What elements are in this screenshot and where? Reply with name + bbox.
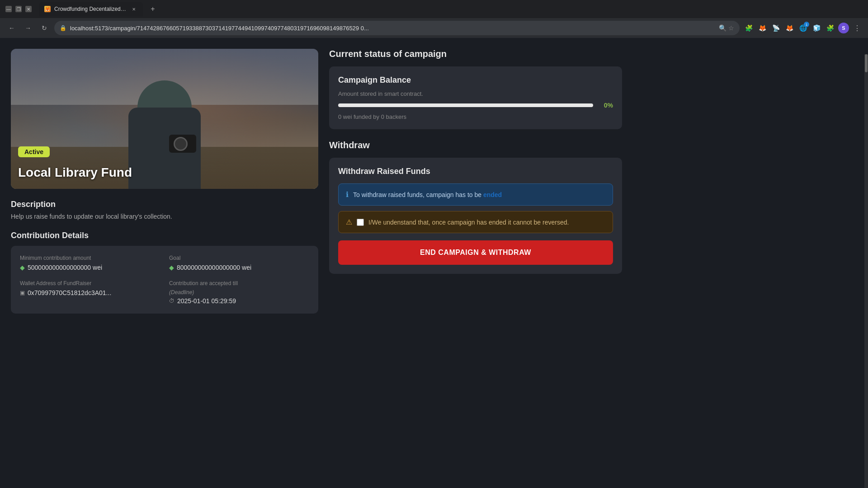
scrollbar-thumb[interactable] [865, 54, 868, 72]
contribution-card: Minimum contribution amount ◆ 5000000000… [11, 246, 318, 314]
info-text: To withdraw raised funds, campaign has t… [353, 191, 502, 198]
minimize-button[interactable]: — [5, 6, 12, 12]
ext-icon-6[interactable]: 🧊 [811, 23, 822, 33]
contribution-grid: Minimum contribution amount ◆ 5000000000… [20, 255, 309, 305]
wallet-label: Wallet Address of FundRaiser [20, 280, 160, 286]
deadline-sublabel: (Deadline) [169, 289, 309, 296]
left-column: Active Local Library Fund Description He… [11, 49, 318, 314]
min-contribution-amount: 500000000000000000 wei [28, 264, 102, 271]
address-bar-row: ← → ↻ 🔒 localhost:5173/campagin/71474286… [0, 18, 868, 38]
scrollbar-track[interactable] [864, 54, 868, 488]
tab-favicon: 🦊 [44, 6, 51, 12]
goal-amount: 800000000000000000 wei [177, 264, 251, 271]
info-text-prefix: To withdraw raised funds, campaign has t… [353, 191, 483, 198]
goal-label: Goal [169, 255, 309, 261]
browser-menu-button[interactable]: ⋮ [852, 24, 863, 33]
browser-chrome: — ❐ ✕ 🦊 Crowdfunding Decentalized Pla...… [0, 0, 868, 38]
backers-text: 0 wei funded by 0 backers [338, 113, 613, 120]
eth-icon-min: ◆ [20, 264, 25, 271]
ext-icon-3[interactable]: 📡 [770, 23, 781, 33]
maximize-button[interactable]: ❐ [15, 6, 22, 12]
page-content: Active Local Library Fund Description He… [0, 38, 633, 324]
info-notice: ℹ To withdraw raised funds, campaign has… [338, 183, 613, 206]
user-avatar[interactable]: S [838, 23, 849, 33]
forward-button[interactable]: → [22, 22, 34, 34]
min-contribution-value: ◆ 500000000000000000 wei [20, 264, 160, 271]
extension-icons: 🧩 🦊 📡 🦊 🌐 1 🧊 🧩 S ⋮ [743, 23, 863, 33]
window-controls: — ❐ ✕ [5, 6, 32, 12]
min-contribution-label: Minimum contribution amount [20, 255, 160, 261]
search-icon: 🔍 [719, 24, 726, 32]
description-heading: Description [11, 200, 318, 209]
ext-icon-5[interactable]: 🌐 1 [797, 23, 808, 33]
balance-card: Campaign Balance Amount stored in smart … [329, 66, 622, 129]
withdraw-heading: Withdraw [329, 140, 622, 150]
back-button[interactable]: ← [5, 22, 18, 34]
balance-title: Campaign Balance [338, 75, 613, 85]
campaign-title-overlay: Local Library Fund [18, 165, 132, 180]
right-column: Current status of campaign Campaign Bala… [329, 49, 622, 314]
address-icons: 🔍 ☆ [719, 24, 734, 32]
warning-notice: ⚠ I/We undenstand that, once campaign ha… [338, 211, 613, 233]
withdraw-card-title: Withdraw Raised Funds [338, 167, 613, 176]
person-shape [119, 62, 210, 189]
balance-subtitle: Amount stored in smart contract. [338, 90, 613, 97]
current-status-heading: Current status of campaign [329, 49, 622, 59]
address-bar[interactable]: 🔒 localhost:5173/campagin/71474286766057… [54, 21, 740, 35]
lock-icon: 🔒 [60, 25, 66, 31]
deadline-label: Contribution are accepted till [169, 280, 309, 286]
reload-button[interactable]: ↻ [38, 22, 51, 34]
wallet-icon: ▣ [20, 290, 25, 296]
wallet-item: Wallet Address of FundRaiser ▣ 0x7099797… [20, 280, 160, 305]
page-scroll: Active Local Library Fund Description He… [0, 38, 868, 472]
withdraw-card: Withdraw Raised Funds ℹ To withdraw rais… [329, 158, 622, 274]
end-campaign-button[interactable]: END CAMPAIGN & WITHDRAW [338, 240, 613, 265]
wallet-value: ▣ 0x70997970C51812dc3A01... [20, 289, 160, 296]
eth-icon-goal: ◆ [169, 264, 174, 271]
progress-percent: 0% [599, 102, 613, 109]
campaign-image-container: Active Local Library Fund [11, 49, 318, 189]
progress-bar-bg [338, 103, 593, 107]
deadline-item: Contribution are accepted till (Deadline… [169, 280, 309, 305]
bookmark-icon: ☆ [728, 24, 734, 32]
ext-icon-1[interactable]: 🧩 [743, 23, 754, 33]
contribution-heading: Contribution Details [11, 231, 318, 240]
info-text-bold: ended [483, 191, 502, 198]
ext-icon-2[interactable]: 🦊 [757, 23, 768, 33]
acknowledge-checkbox[interactable] [357, 219, 364, 226]
deadline-value: ⏱ 2025-01-01 05:29:59 [169, 297, 309, 305]
deadline-time: 2025-01-01 05:29:59 [177, 297, 236, 305]
info-icon: ℹ [346, 190, 349, 199]
wallet-address: 0x70997970C51812dc3A01... [28, 289, 111, 296]
progress-row: 0% [338, 102, 613, 109]
tab-close-icon[interactable]: ✕ [130, 5, 137, 13]
title-bar: — ❐ ✕ 🦊 Crowdfunding Decentalized Pla...… [0, 0, 868, 18]
warning-text: I/We undenstand that, once campaign has … [368, 219, 605, 226]
close-button[interactable]: ✕ [25, 6, 32, 12]
active-badge: Active [18, 146, 50, 157]
ext-icon-7[interactable]: 🧩 [825, 23, 835, 33]
goal-value: ◆ 800000000000000000 wei [169, 264, 309, 271]
warning-icon: ⚠ [346, 218, 352, 226]
ext-icon-4[interactable]: 🦊 [784, 23, 795, 33]
min-contribution-item: Minimum contribution amount ◆ 5000000000… [20, 255, 160, 271]
clock-icon: ⏱ [169, 298, 175, 304]
description-text: Help us raise funds to update our local … [11, 213, 318, 220]
goal-item: Goal ◆ 800000000000000000 wei [169, 255, 309, 271]
browser-tab-active[interactable]: 🦊 Crowdfunding Decentalized Pla... ✕ [39, 2, 143, 16]
camera-shape [169, 135, 196, 153]
new-tab-button[interactable]: + [146, 3, 159, 15]
tab-title: Crowdfunding Decentalized Pla... [54, 6, 127, 12]
address-text: localhost:5173/campagin/7147428676605719… [70, 25, 715, 32]
